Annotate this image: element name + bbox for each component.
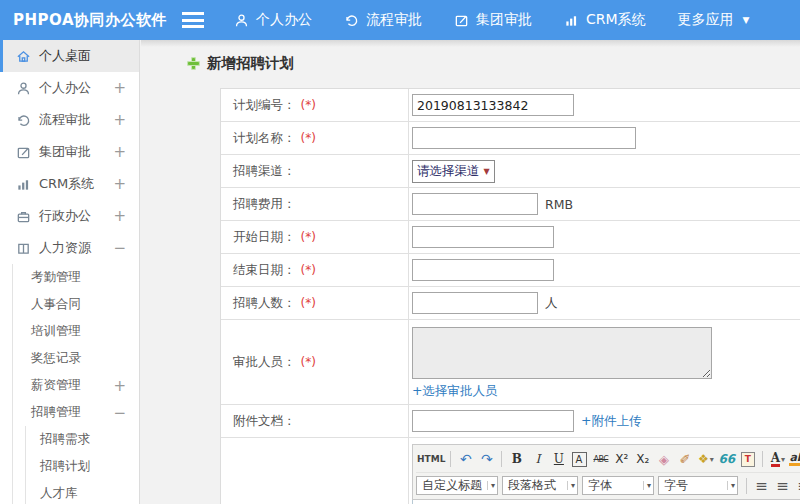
dropdown-caret-icon: ▾ xyxy=(781,455,785,464)
field-label: 附件文档： xyxy=(233,413,296,430)
dropdown-caret-icon: ▾ xyxy=(727,481,735,490)
sidebar-item-training-mgmt[interactable]: 培训管理 xyxy=(13,318,139,345)
sidebar-item-reward-punishment[interactable]: 奖惩记录 xyxy=(13,345,139,372)
underline-button[interactable]: U xyxy=(548,449,569,470)
source-code-button[interactable]: HTML xyxy=(416,449,446,470)
align-left-icon[interactable]: ≡ xyxy=(751,475,772,496)
history-icon xyxy=(16,113,31,128)
form-row-start-date: 开始日期： (*) xyxy=(221,221,800,254)
sidebar-item-label: 考勤管理 xyxy=(31,269,81,286)
italic-button[interactable]: I xyxy=(527,449,548,470)
sidebar-item-label: 个人办公 xyxy=(39,79,91,97)
sidebar-item-recruit-plan[interactable]: 招聘计划 xyxy=(26,453,139,480)
sidebar-item-admin-office[interactable]: 行政办公 + xyxy=(0,200,139,232)
menu-toggle-icon[interactable] xyxy=(182,12,204,28)
subscript-button[interactable]: X₂ xyxy=(632,449,653,470)
channel-select[interactable]: 请选择渠道 ▼ xyxy=(412,160,495,183)
paragraph-format-dropdown[interactable]: 段落格式▾ xyxy=(502,476,578,495)
nav-personal-office[interactable]: 个人办公 xyxy=(234,11,312,29)
attachment-upload-link[interactable]: +附件上传 xyxy=(581,413,641,430)
expand-toggle[interactable]: + xyxy=(113,377,126,395)
sidebar-item-attendance-mgmt[interactable]: 考勤管理 xyxy=(13,264,139,291)
end-date-input[interactable] xyxy=(412,259,554,281)
nav-label: 流程审批 xyxy=(366,11,422,29)
sidebar-item-human-resources[interactable]: 人力资源 − xyxy=(0,232,139,264)
remove-format-icon[interactable]: ◈ xyxy=(653,449,674,470)
toolbar-separator xyxy=(501,451,502,467)
field-label: 招聘费用： xyxy=(233,196,296,213)
dropdown-caret-icon: ▾ xyxy=(710,455,714,464)
highlight-color-button[interactable]: ab▾ xyxy=(788,449,800,470)
custom-heading-dropdown[interactable]: 自定义标题▾ xyxy=(416,476,498,495)
expand-toggle[interactable]: + xyxy=(113,143,126,161)
sidebar-item-label: CRM系统 xyxy=(39,175,94,193)
form-row-recruit-cost: 招聘费用： RMB xyxy=(221,188,800,221)
user-icon xyxy=(16,81,31,96)
redo-icon[interactable]: ↷ xyxy=(476,449,497,470)
field-label: 审批人员： xyxy=(233,354,296,371)
select-approvers-link[interactable]: +选择审批人员 xyxy=(412,383,497,400)
channel-select-value: 请选择渠道 xyxy=(417,163,480,180)
expand-toggle[interactable]: + xyxy=(113,207,126,225)
align-right-icon[interactable]: ≡ xyxy=(793,475,800,496)
history-icon xyxy=(344,13,359,28)
sidebar-item-group-approval[interactable]: 集团审批 + xyxy=(0,136,139,168)
superscript-button[interactable]: X² xyxy=(611,449,632,470)
headcount-input[interactable] xyxy=(412,292,538,314)
sidebar-item-salary-mgmt[interactable]: 薪资管理 + xyxy=(13,372,139,399)
sidebar-item-personnel-contract[interactable]: 人事合同 xyxy=(13,291,139,318)
rich-text-editor: HTML ↶ ↷ B I U A ABC X² X₂ ◈ ✐ xyxy=(409,438,800,504)
font-style-box-button[interactable]: A xyxy=(572,452,587,467)
sidebar-item-label: 奖惩记录 xyxy=(31,350,81,367)
blockquote-button[interactable]: 66 xyxy=(716,449,737,470)
plan-name-input[interactable] xyxy=(412,127,636,149)
sidebar-item-label: 培训管理 xyxy=(31,323,81,340)
nav-more-apps[interactable]: 更多应用 ▼ xyxy=(678,11,750,29)
sidebar-item-recruit-demand[interactable]: 招聘需求 xyxy=(26,426,139,453)
field-label: 开始日期： xyxy=(233,229,296,246)
paste-text-icon[interactable]: T xyxy=(737,449,758,470)
edit-icon xyxy=(16,145,31,160)
font-family-dropdown[interactable]: 字体▾ xyxy=(582,476,654,495)
sidebar-item-label: 人力资源 xyxy=(39,239,91,257)
field-label: 结束日期： xyxy=(233,262,296,279)
sidebar-item-workflow-approval[interactable]: 流程审批 + xyxy=(0,104,139,136)
collapse-toggle[interactable]: − xyxy=(113,239,126,257)
format-brush-icon[interactable]: ✐ xyxy=(674,449,695,470)
strikethrough-button[interactable]: ABC xyxy=(590,449,611,470)
required-mark: (*) xyxy=(301,230,316,244)
required-mark: (*) xyxy=(301,296,316,310)
recruit-cost-input[interactable] xyxy=(412,193,538,215)
plan-number-input[interactable] xyxy=(412,94,574,116)
sidebar-item-recruit-mgmt[interactable]: 招聘管理 − xyxy=(13,399,139,426)
start-date-input[interactable] xyxy=(412,226,554,248)
font-color-button[interactable]: A▾ xyxy=(767,449,788,470)
paint-format-icon[interactable]: ❖▾ xyxy=(695,449,716,470)
undo-icon[interactable]: ↶ xyxy=(455,449,476,470)
sidebar-item-personal-office[interactable]: 个人办公 + xyxy=(0,72,139,104)
editor-content-area[interactable] xyxy=(412,500,800,504)
sidebar-item-personal-desktop[interactable]: 个人桌面 xyxy=(0,40,139,72)
select-arrow-icon: ▼ xyxy=(484,167,490,176)
toolbar-separator xyxy=(762,451,763,467)
sidebar-item-crm-system[interactable]: CRM系统 + xyxy=(0,168,139,200)
collapse-toggle[interactable]: − xyxy=(113,404,126,422)
bold-button[interactable]: B xyxy=(506,449,527,470)
sidebar-item-talent-pool[interactable]: 人才库 xyxy=(26,480,139,504)
font-size-dropdown[interactable]: 字号▾ xyxy=(658,476,738,495)
align-center-icon[interactable]: ≡ xyxy=(772,475,793,496)
required-mark: (*) xyxy=(301,355,316,369)
expand-toggle[interactable]: + xyxy=(113,111,126,129)
nav-crm-system[interactable]: CRM系统 xyxy=(564,11,646,29)
form-row-recruit-channel: 招聘渠道： 请选择渠道 ▼ xyxy=(221,155,800,188)
sidebar-item-label: 招聘需求 xyxy=(40,431,90,448)
approvers-textarea[interactable] xyxy=(412,327,712,379)
briefcase-icon xyxy=(16,209,31,224)
topbar: PHPOA协同办公软件 个人办公 流程审批 集团审批 CRM系统 更多应用 ▼ xyxy=(0,0,800,40)
attachment-input[interactable] xyxy=(412,410,574,432)
field-label: 计划名称： xyxy=(233,130,296,147)
nav-group-approval[interactable]: 集团审批 xyxy=(454,11,532,29)
expand-toggle[interactable]: + xyxy=(113,79,126,97)
expand-toggle[interactable]: + xyxy=(113,175,126,193)
nav-workflow-approval[interactable]: 流程审批 xyxy=(344,11,422,29)
